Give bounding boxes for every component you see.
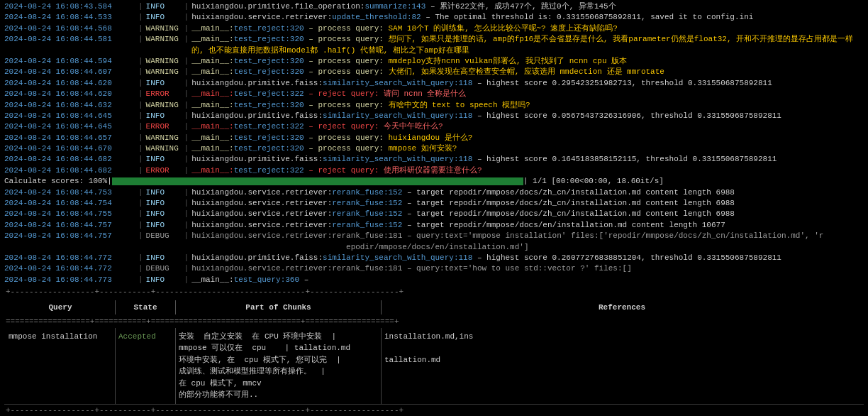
log-line: 2024-08-24 16:08:44.755 | INFO | huixian… xyxy=(3,209,865,219)
log-message: huixiangdou.primitive.faiss:similarity_s… xyxy=(191,253,864,263)
log-message: __main__:test_reject:320 – process query… xyxy=(191,133,864,143)
log-level: WARNING xyxy=(146,143,182,154)
log-line: 2024-08-24 16:08:44.757 | DEBUG | huixia… xyxy=(3,231,865,253)
table-header-row: Query State Part of Chunks References xyxy=(4,299,864,317)
log-message: __main__:test_reject:322 – reject query:… xyxy=(191,165,864,176)
log-message: huixiangdou.service.retriever:rerank_fus… xyxy=(191,220,864,231)
log-level: INFO xyxy=(146,1,182,12)
log-line: 2024-08-24 16:08:43.584 | INFO | huixian… xyxy=(3,1,865,12)
timestamp: 2024-08-24 16:08:44.645 xyxy=(4,121,135,132)
log-level: INFO xyxy=(146,198,182,209)
log-message: huixiangdou.service.retriever:rerank_fus… xyxy=(191,198,864,209)
timestamp: 2024-08-24 16:08:44.645 xyxy=(4,111,135,121)
log-line: 2024-08-24 16:08:44.645 | INFO | huixian… xyxy=(3,111,865,121)
log-line: 2024-08-24 16:08:44.754 | INFO | huixian… xyxy=(3,198,865,209)
timestamp: 2024-08-24 16:08:44.670 xyxy=(4,143,135,154)
log-message: __main__:test_reject:320 – process query… xyxy=(191,56,864,67)
log-message: __main__:test_reject:322 – reject query:… xyxy=(191,121,864,132)
log-level: INFO xyxy=(146,209,182,219)
log-level: WARNING xyxy=(146,34,182,45)
log-message: __main__:test_reject:320 – process query… xyxy=(191,143,864,154)
log-level: INFO xyxy=(146,187,182,198)
log-line: 2024-08-24 16:08:44.772 | DEBUG | huixia… xyxy=(3,263,865,274)
log-line: 2024-08-24 16:08:44.607 | WARNING | __ma… xyxy=(3,67,865,77)
timestamp: 2024-08-24 16:08:44.755 xyxy=(4,209,135,219)
log-message: __main__:test_reject:320 – process query… xyxy=(191,67,864,77)
log-level: WARNING xyxy=(146,100,182,111)
log-level: WARNING xyxy=(146,56,182,67)
log-line: 2024-08-24 16:08:44.594 | WARNING | __ma… xyxy=(3,56,865,67)
timestamp: 2024-08-24 16:08:44.773 xyxy=(4,275,135,285)
log-message: huixiangdou.primitive.faiss:similarity_s… xyxy=(191,78,864,89)
timestamp: 2024-08-24 16:08:44.568 xyxy=(4,23,135,34)
log-message: __main__:test_reject:322 – reject query:… xyxy=(191,89,864,99)
log-line: 2024-08-24 16:08:44.772 | INFO | huixian… xyxy=(3,253,865,263)
cell-chunks: 安装 自定义安装 在 CPU 环境中安装 | mmpose 可以仅在 cpu |… xyxy=(176,328,382,404)
table-row: mmpose installation Accepted 安装 自定义安装 在 … xyxy=(4,328,864,405)
log-line: 2024-08-24 16:08:44.657 | WARNING | __ma… xyxy=(3,133,865,143)
timestamp: 2024-08-24 16:08:44.607 xyxy=(4,67,135,77)
log-message: huixiangdou.service.retriever:rerank_fus… xyxy=(191,187,864,198)
log-line: 2024-08-24 16:08:44.670 | WARNING | __ma… xyxy=(3,143,865,154)
progress-bar xyxy=(112,177,523,185)
log-line: 2024-08-24 16:08:44.568 | WARNING | __ma… xyxy=(3,23,865,34)
log-level: INFO xyxy=(146,154,182,165)
log-line: 2024-08-24 16:08:44.682 | ERROR | __main… xyxy=(3,165,865,176)
log-line: 2024-08-24 16:08:44.620 | ERROR | __main… xyxy=(3,89,865,99)
log-message: __main__:test_reject:320 – process query… xyxy=(191,34,864,56)
progress-text: | 1/1 [00:00<00:00, 18.60it/s] xyxy=(523,176,664,187)
log-level: INFO xyxy=(146,111,182,121)
log-message: huixiangdou.service.retriever:rerank_fus… xyxy=(191,209,864,219)
log-level: INFO xyxy=(146,12,182,23)
timestamp: 2024-08-24 16:08:44.632 xyxy=(4,100,135,111)
timestamp: 2024-08-24 16:08:44.533 xyxy=(4,12,135,23)
log-message: huixiangdou.service.retriever:update_thr… xyxy=(191,12,864,23)
log-line: 2024-08-24 16:08:44.620 | INFO | huixian… xyxy=(3,78,865,89)
timestamp: 2024-08-24 16:08:44.682 xyxy=(4,154,135,165)
timestamp: 2024-08-24 16:08:44.620 xyxy=(4,89,135,99)
log-level: DEBUG xyxy=(146,263,182,274)
timestamp: 2024-08-24 16:08:44.581 xyxy=(4,34,135,45)
log-level: WARNING xyxy=(146,133,182,143)
log-line: 2024-08-24 16:08:44.645 | ERROR | __main… xyxy=(3,121,865,132)
log-level: WARNING xyxy=(146,23,182,34)
log-line: 2024-08-24 16:08:44.632 | WARNING | __ma… xyxy=(3,100,865,111)
table-header-state: State xyxy=(116,300,176,315)
log-level: INFO xyxy=(146,220,182,231)
table-header-references: References xyxy=(382,300,862,315)
log-line: 2024-08-24 16:08:44.773 | INFO | __main_… xyxy=(3,275,865,285)
cell-references: installation.md,ins tallation.md xyxy=(382,328,862,404)
timestamp: 2024-08-24 16:08:44.682 xyxy=(4,165,135,176)
log-level: DEBUG xyxy=(146,231,182,241)
log-message: huixiangdou.service.retriever:rerank_fus… xyxy=(191,231,864,253)
progress-label: Calculate scores: 100%| xyxy=(4,176,112,187)
timestamp: 2024-08-24 16:08:43.584 xyxy=(4,1,135,12)
log-message: huixiangdou.primitive.faiss:similarity_s… xyxy=(191,111,864,121)
table-double-divider: ==================+===========+=========… xyxy=(4,316,864,328)
timestamp: 2024-08-24 16:08:44.757 xyxy=(4,220,135,231)
timestamp: 2024-08-24 16:08:44.594 xyxy=(4,56,135,67)
table-header-chunks: Part of Chunks xyxy=(176,300,382,315)
log-message: __main__:test_query:360 – xyxy=(191,275,864,285)
log-level: ERROR xyxy=(146,121,182,132)
log-level: ERROR xyxy=(146,165,182,176)
log-message: __main__:test_reject:320 – process query… xyxy=(191,23,864,34)
timestamp: 2024-08-24 16:08:44.753 xyxy=(4,187,135,198)
timestamp: 2024-08-24 16:08:44.620 xyxy=(4,78,135,89)
log-line: 2024-08-24 16:08:44.753 | INFO | huixian… xyxy=(3,187,865,198)
log-message: huixiangdou.primitive.faiss:similarity_s… xyxy=(191,154,864,165)
timestamp: 2024-08-24 16:08:44.657 xyxy=(4,133,135,143)
log-level: INFO xyxy=(146,78,182,89)
cell-state: Accepted xyxy=(116,328,176,404)
cell-query: mmpose installation xyxy=(6,328,116,404)
log-level: ERROR xyxy=(146,89,182,99)
timestamp: 2024-08-24 16:08:44.772 xyxy=(4,253,135,263)
log-line: 2024-08-24 16:08:44.757 | INFO | huixian… xyxy=(3,220,865,231)
log-container: 2024-08-24 16:08:43.584 | INFO | huixian… xyxy=(0,0,868,416)
table-section: +------------------+-----------+--------… xyxy=(3,285,865,416)
log-level: WARNING xyxy=(146,67,182,77)
log-message: huixiangdou.service.retriever:rerank_fus… xyxy=(191,263,864,274)
timestamp: 2024-08-24 16:08:44.757 xyxy=(4,231,135,241)
log-line: 2024-08-24 16:08:44.682 | INFO | huixian… xyxy=(3,154,865,165)
log-message: huixiangdou.primitive.file_operation:sum… xyxy=(191,1,864,12)
